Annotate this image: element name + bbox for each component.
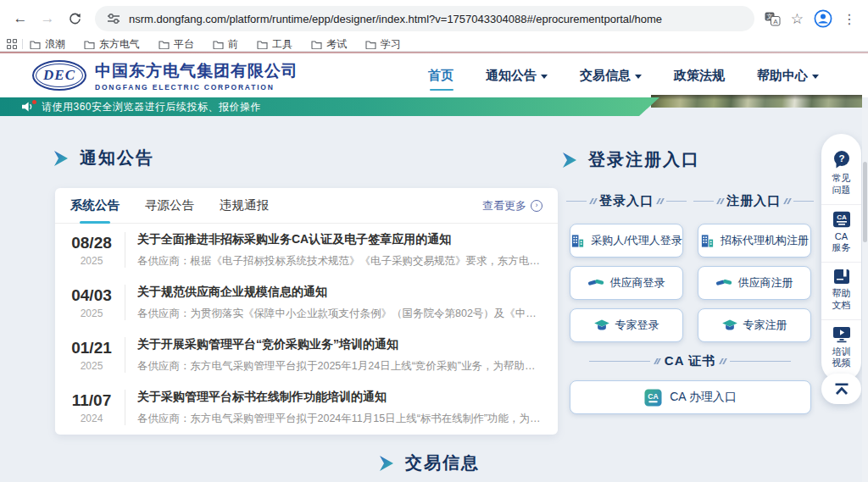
bookmark-star-button[interactable]: ☆ [791,10,804,28]
login-register-buttons: 采购人/代理人登录 招标代理机构注册 供应商登录 [570,224,811,342]
nav-item-trade-info[interactable]: 交易信息 [580,63,642,89]
supplier-login-button[interactable]: 供应商登录 [570,266,683,300]
page-content: DEC 中国东方电气集团有限公司 DONGFANG ELECTRIC CORPO… [0,53,868,482]
floating-toolbar: ? 常见问题 CA CA服务 帮助文档 [821,134,861,382]
divider [22,39,23,49]
notice-title: 关于规范供应商企业规模信息的通知 [137,285,542,300]
nav-item-help-center[interactable]: 帮助中心 [757,63,819,89]
help-docs-tool[interactable]: 帮助文档 [821,262,861,319]
faq-tool[interactable]: ? 常见问题 [821,144,861,204]
notice-row[interactable]: 08/28 2025 关于全面推进非招标采购业务CA认证及电子签章应用的通知 各… [55,224,558,276]
question-bubble-icon: ? [832,150,851,169]
apps-grid-icon[interactable] [7,39,17,49]
graduation-cap-icon [722,319,737,332]
agency-register-button[interactable]: 招标代理机构注册 [698,224,811,258]
svg-text:CA: CA [837,213,847,221]
expert-register-button[interactable]: 专家注册 [698,308,811,342]
trade-info-section-title: 交易信息 [0,452,856,474]
notice-row[interactable]: 01/21 2025 关于开展采购管理平台“竞价采购业务”培训的通知 各供应商：… [55,329,558,381]
purchaser-agent-login-button[interactable]: 采购人/代理人登录 [570,224,683,258]
browser-notice-ribbon: 请使用360安全浏览器进行后续投标、报价操作 [0,97,659,116]
tab-violation-reports[interactable]: 违规通报 [220,188,269,224]
notice-date: 01/21 2025 [67,339,116,372]
ca-apply-button[interactable]: CA CA 办理入口 [570,380,811,414]
main-nav: 首页 通知公告 交易信息 政策法规 帮助中心 [428,63,836,89]
divider [125,390,125,425]
supplier-register-button[interactable]: 供应商注册 [698,266,811,300]
divider [125,337,125,373]
tab-system-notices[interactable]: 系统公告 [70,188,120,224]
expert-login-button[interactable]: 专家登录 [570,308,683,342]
nav-item-notices[interactable]: 通知公告 [486,63,548,89]
bookmark-folder-langchao[interactable]: 浪潮 [30,37,65,52]
notice-date: 08/28 2025 [67,234,116,267]
bookmark-folder-kaoshi[interactable]: 考试 [311,37,347,52]
document-icon [832,269,851,285]
section-arrow-icon [51,149,70,168]
graduation-cap-icon [594,319,609,332]
company-name: 中国东方电气集团有限公司 [95,60,298,82]
divider [125,232,125,268]
notice-summary: 各供应商：根据《电子招标投标系统技术规范》《电子采购交易规范》要求，东方电气采购… [137,254,542,269]
ca-card-icon: CA [832,211,851,228]
browser-toolbar: ← → nsrm.dongfang.com/platform/runtime/e… [0,0,868,37]
section-arrow-icon [376,454,395,473]
bookmark-folder-gongju[interactable]: 工具 [257,37,292,52]
tab-sourcing-notices[interactable]: 寻源公告 [145,188,194,224]
announcements-card: 系统公告 寻源公告 违规通报 查看更多 › 08/28 2025 关于全面推进非… [55,188,558,435]
svg-text:?: ? [838,153,844,163]
address-bar[interactable]: nsrm.dongfang.com/platform/runtime/epp/d… [95,6,754,31]
chevron-down-icon [812,75,819,79]
folder-icon [84,40,95,49]
hero-banner-image [651,95,862,108]
company-name-en: DONGFANG ELECTRIC CORPORATION [95,83,298,91]
site-settings-icon[interactable] [107,13,120,25]
notice-date: 04/03 2025 [67,286,116,319]
reload-button[interactable] [63,7,86,30]
folder-icon [311,40,322,49]
ca-service-tool[interactable]: CA CA服务 [821,204,861,263]
building-icon [700,234,715,248]
forward-button[interactable]: → [36,7,59,30]
bookmark-folder-dongfang[interactable]: 东方电气 [84,37,140,52]
training-video-tool[interactable]: 培训视频 [821,319,861,378]
site-header: DEC 中国东方电气集团有限公司 DONGFANG ELECTRIC CORPO… [0,53,868,97]
notice-row[interactable]: 11/07 2024 关于采购管理平台标书在线制作功能培训的通知 各供应商：东方… [55,381,558,434]
back-to-top-button[interactable] [821,374,861,404]
page-scrollbar[interactable] [862,108,868,482]
divider [125,285,125,320]
speaker-icon [22,102,34,112]
bookmark-folder-qian[interactable]: 前 [213,37,238,52]
notice-summary: 各供应商：东方电气采购管理平台拟于2025年1月24日上线“竞价采购”业务，为帮… [137,359,542,374]
login-register-subheaders: 登录入口 注册入口 [563,193,817,209]
translate-button[interactable]: 文 A [765,12,781,26]
notice-row[interactable]: 04/03 2025 关于规范供应商企业规模信息的通知 各供应商：为贯彻落实《保… [55,276,558,329]
scrollbar-thumb[interactable] [863,162,867,242]
section-arrow-icon [559,151,578,169]
svg-text:CA: CA [648,391,659,400]
browser-menu-button[interactable]: ⋮ [843,11,856,27]
notice-title: 关于开展采购管理平台“竞价采购业务”培训的通知 [137,337,542,352]
active-tab-underline [80,221,110,224]
nav-item-policies[interactable]: 政策法规 [674,63,725,89]
chevron-down-icon [541,75,548,79]
profile-button[interactable] [814,9,832,28]
register-entry-header: 注册入口 [690,193,817,209]
dec-logo-icon: DEC [32,60,86,91]
view-more-link[interactable]: 查看更多 › [482,198,542,213]
folder-icon [257,40,268,49]
ca-icon: CA [644,389,662,407]
bookmarks-bar: 浪潮 东方电气 平台 前 工具 考试 学习 [0,37,868,52]
reload-icon [69,13,81,25]
site-logo[interactable]: DEC 中国东方电气集团有限公司 DONGFANG ELECTRIC CORPO… [32,60,298,91]
bookmark-folder-pingtai[interactable]: 平台 [159,37,194,52]
bookmark-folder-xuexi[interactable]: 学习 [365,37,401,52]
active-underline [430,89,453,91]
nav-item-home[interactable]: 首页 [428,63,453,89]
chevron-right-circle-icon: › [531,200,542,212]
folder-icon [159,40,170,49]
notice-title: 关于全面推进非招标采购业务CA认证及电子签章应用的通知 [137,232,542,247]
back-button[interactable]: ← [8,7,32,30]
ca-certificate-header: CA 证书 [563,353,817,369]
notice-date: 11/07 2024 [67,391,116,424]
